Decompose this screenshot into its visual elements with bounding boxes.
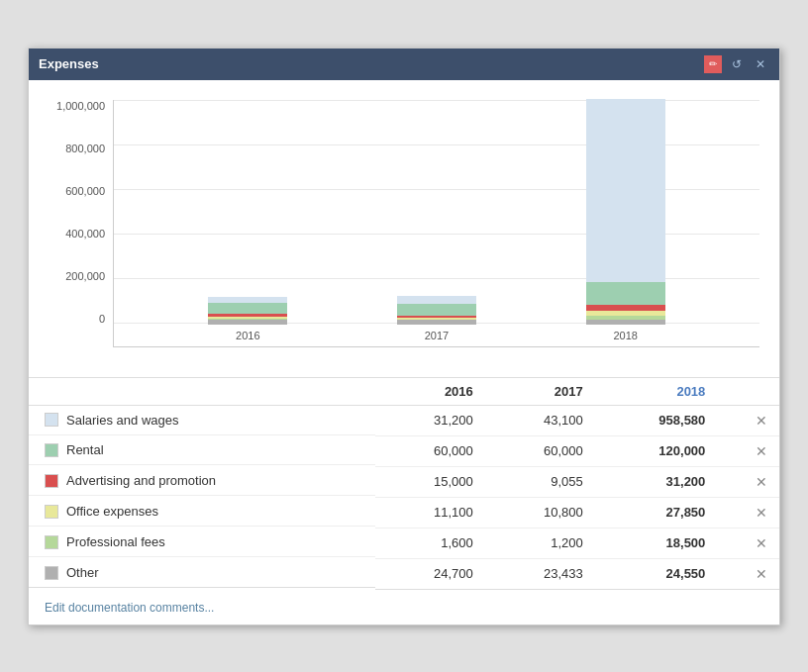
row-label-text-0: Salaries and wages — [66, 413, 178, 428]
row-remove-3[interactable]: ✕ — [717, 497, 779, 528]
row-label-text-1: Rental — [66, 442, 104, 457]
row-label-text-2: Advertising and promotion — [66, 473, 216, 488]
color-swatch-4 — [45, 535, 58, 549]
row-label-text-4: Professional fees — [66, 534, 165, 549]
refresh-button[interactable]: ↺ — [728, 55, 746, 73]
row-2018-5: 24,550 — [595, 558, 718, 589]
row-label-2: Advertising and promotion — [29, 466, 375, 496]
bar-group-2017 — [387, 296, 486, 325]
color-swatch-5 — [45, 566, 58, 580]
row-label-0: Salaries and wages — [29, 406, 375, 435]
col-header-action — [717, 377, 779, 405]
col-header-label — [29, 377, 375, 405]
bar-seg-rental-2018 — [586, 282, 665, 305]
x-label-2018: 2018 — [576, 330, 675, 341]
row-2018-1: 120,000 — [595, 435, 718, 466]
bar-group-2018 — [576, 99, 675, 325]
row-label-4: Professional fees — [29, 528, 375, 557]
row-2018-4: 18,500 — [595, 528, 718, 558]
color-swatch-0 — [45, 413, 58, 427]
window-title: Expenses — [39, 56, 99, 71]
chart-plot: 2016 2017 2018 — [113, 100, 759, 347]
bar-stack-2018 — [586, 99, 665, 325]
expenses-window: Expenses ✏ ↺ ✕ 1,000,000 800,000 600,000… — [28, 48, 780, 625]
bar-seg-rental-2017 — [397, 304, 476, 316]
col-header-2017: 2017 — [485, 377, 595, 405]
window-controls: ✏ ↺ ✕ — [704, 55, 769, 73]
row-2017-2: 9,055 — [485, 466, 595, 497]
row-2016-4: 1,600 — [375, 528, 485, 558]
table-row: Rental 60,000 60,000 120,000 ✕ — [29, 435, 779, 466]
row-2018-3: 27,850 — [595, 497, 718, 528]
table-row: Advertising and promotion 15,000 9,055 3… — [29, 466, 779, 497]
table-row: Other 24,700 23,433 24,550 ✕ — [29, 558, 779, 589]
row-2016-5: 24,700 — [375, 558, 485, 589]
y-axis: 1,000,000 800,000 600,000 400,000 200,00… — [49, 100, 113, 347]
x-label-2016: 2016 — [198, 330, 297, 341]
row-remove-5[interactable]: ✕ — [717, 558, 779, 589]
close-button[interactable]: ✕ — [752, 55, 769, 73]
row-label-text-3: Office expenses — [66, 504, 158, 519]
bar-stack-2016 — [208, 297, 287, 325]
row-2017-1: 60,000 — [485, 435, 595, 466]
row-2017-5: 23,433 — [485, 558, 595, 589]
row-2016-1: 60,000 — [375, 435, 485, 466]
table-row: Salaries and wages 31,200 43,100 958,580… — [29, 405, 779, 435]
row-2017-3: 10,800 — [485, 497, 595, 528]
chart-area: 1,000,000 800,000 600,000 400,000 200,00… — [29, 80, 779, 367]
y-label-600000: 600,000 — [65, 185, 105, 197]
color-swatch-1 — [45, 443, 58, 457]
bar-seg-rental-2016 — [208, 303, 287, 315]
table-row: Professional fees 1,600 1,200 18,500 ✕ — [29, 528, 779, 558]
row-2016-0: 31,200 — [375, 405, 485, 435]
y-label-800000: 800,000 — [65, 143, 105, 154]
data-table: 2016 2017 2018 Salaries and wages 31,200… — [29, 377, 779, 590]
edit-button[interactable]: ✏ — [704, 55, 722, 73]
row-2018-2: 31,200 — [595, 466, 718, 497]
row-2016-3: 11,100 — [375, 497, 485, 528]
row-remove-0[interactable]: ✕ — [717, 405, 779, 435]
color-swatch-2 — [45, 474, 58, 488]
x-label-2017: 2017 — [387, 330, 486, 341]
col-header-2018: 2018 — [595, 377, 718, 405]
color-swatch-3 — [45, 505, 58, 519]
y-label-0: 0 — [99, 313, 105, 325]
col-header-2016: 2016 — [375, 377, 485, 405]
y-label-1000000: 1,000,000 — [56, 100, 105, 112]
row-2018-0: 958,580 — [595, 405, 718, 435]
edit-docs-link[interactable]: Edit documentation comments... — [45, 601, 214, 615]
y-label-200000: 200,000 — [65, 270, 105, 282]
bar-seg-sal-2018 — [586, 99, 665, 282]
bars-container — [114, 100, 759, 325]
row-2017-4: 1,200 — [485, 528, 595, 558]
y-label-400000: 400,000 — [65, 228, 105, 240]
table-row: Office expenses 11,100 10,800 27,850 ✕ — [29, 497, 779, 528]
row-label-5: Other — [29, 558, 375, 588]
row-remove-4[interactable]: ✕ — [717, 528, 779, 558]
bar-stack-2017 — [397, 296, 476, 325]
row-label-text-5: Other — [66, 565, 99, 580]
row-2016-2: 15,000 — [375, 466, 485, 497]
row-remove-2[interactable]: ✕ — [717, 466, 779, 497]
chart-inner: 1,000,000 800,000 600,000 400,000 200,00… — [49, 100, 759, 347]
row-2017-0: 43,100 — [485, 405, 595, 435]
row-label-3: Office expenses — [29, 497, 375, 527]
titlebar: Expenses ✏ ↺ ✕ — [29, 48, 779, 80]
row-remove-1[interactable]: ✕ — [717, 435, 779, 466]
bar-group-2016 — [198, 297, 297, 325]
bar-seg-sal-2017 — [397, 296, 476, 304]
x-labels: 2016 2017 2018 — [114, 325, 759, 346]
row-label-1: Rental — [29, 435, 375, 465]
footer: Edit documentation comments... — [29, 590, 779, 624]
